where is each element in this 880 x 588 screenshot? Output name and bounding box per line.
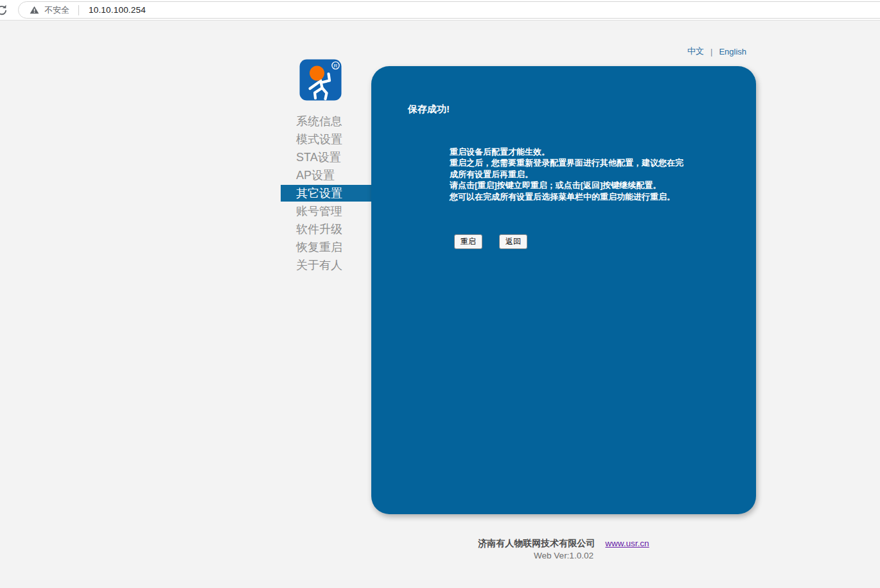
sidebar-item-firmware-upgrade[interactable]: 软件升级 [281, 221, 371, 238]
sidebar-item-about-usr[interactable]: 关于有人 [281, 257, 371, 273]
instruction-line: 重启之后，您需要重新登录配置界面进行其他配置，建议您在完 [450, 157, 700, 168]
sidebar-item-account-mgmt[interactable]: 账号管理 [281, 203, 371, 220]
reload-icon[interactable] [0, 4, 8, 17]
language-english-link[interactable]: English [719, 47, 746, 56]
language-chinese-link[interactable]: 中文 [687, 46, 704, 57]
panel-button-row: 重启 返回 [454, 234, 527, 249]
back-button[interactable]: 返回 [499, 234, 527, 249]
instruction-line: 请点击[重启]按键立即重启；或点击[返回]按键继续配置。 [450, 180, 700, 191]
not-secure-warning-icon[interactable] [30, 6, 39, 14]
sidebar-item-system-info[interactable]: 系统信息 [281, 113, 371, 130]
language-separator: | [710, 47, 712, 56]
save-success-heading: 保存成功! [408, 103, 450, 116]
language-selector: 中文 | English [687, 46, 746, 57]
sidebar-item-mode-settings[interactable]: 模式设置 [281, 131, 371, 148]
browser-toolbar: 不安全 10.10.100.254 [0, 0, 880, 21]
sidebar-item-sta-settings[interactable]: STA设置 [281, 149, 371, 166]
sidebar-item-ap-settings[interactable]: AP设置 [281, 167, 371, 184]
instruction-line: 您可以在完成所有设置后选择菜单栏中的重启功能进行重启。 [450, 191, 700, 202]
svg-text:R: R [334, 63, 338, 69]
usr-website-link[interactable]: www.usr.cn [605, 539, 649, 548]
restart-button[interactable]: 重启 [454, 234, 482, 249]
sidebar-item-restore-restart[interactable]: 恢复重启 [281, 239, 371, 255]
address-bar-divider [78, 5, 79, 15]
restart-instructions: 重启设备后配置才能生效。 重启之后，您需要重新登录配置界面进行其他配置，建议您在… [450, 146, 700, 202]
web-version: Web Ver:1.0.02 [371, 551, 756, 560]
page-footer: 济南有人物联网技术有限公司www.usr.cn Web Ver:1.0.02 [371, 538, 756, 560]
address-bar[interactable]: 不安全 10.10.100.254 [18, 1, 880, 19]
content-panel: 保存成功! 重启设备后配置才能生效。 重启之后，您需要重新登录配置界面进行其他配… [371, 66, 756, 514]
url-text[interactable]: 10.10.100.254 [89, 5, 146, 15]
usr-iot-logo: R [299, 59, 342, 101]
instruction-line: 成所有设置后再重启。 [450, 169, 700, 180]
company-name: 济南有人物联网技术有限公司 [478, 538, 595, 548]
sidebar-item-other-settings[interactable]: 其它设置 [281, 185, 371, 202]
sidebar-menu: 系统信息 模式设置 STA设置 AP设置 其它设置 账号管理 软件升级 恢复重启… [281, 112, 371, 275]
instruction-line: 重启设备后配置才能生效。 [450, 146, 700, 157]
security-label[interactable]: 不安全 [44, 4, 69, 16]
